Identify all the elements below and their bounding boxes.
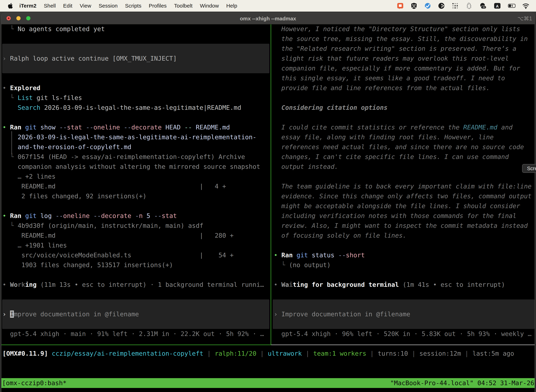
- window-shortcut: ⌥⌘1: [517, 13, 532, 24]
- terminal-line: including verification notes with those …: [281, 211, 516, 221]
- text-segment: git ls-files: [33, 94, 82, 101]
- menu-item-view[interactable]: View: [80, 3, 91, 9]
- text-segment: •: [2, 281, 10, 288]
- text-segment: --: [56, 212, 63, 219]
- text-segment: └: [10, 222, 18, 229]
- text-segment: •: [274, 281, 281, 288]
- text-segment: |: [302, 350, 313, 357]
- apple-menu-icon[interactable]: [8, 3, 13, 9]
- text-segment: gpt-5.4 xhigh · main · 91% left · 2.31M …: [10, 330, 264, 337]
- text-segment: [120, 124, 124, 131]
- pacman-circle-icon[interactable]: [438, 2, 445, 9]
- text-segment: 2 files changed, 92 insertions(+): [21, 192, 147, 200]
- terminal-line: › Improve documentation in @filename: [2, 309, 139, 319]
- screen-pill-label: Scre: [527, 166, 536, 171]
- terminal-line: I could cite commit statistics or refere…: [281, 122, 513, 132]
- sync-circle-icon[interactable]: [424, 2, 431, 9]
- text-segment: (no output): [289, 261, 330, 269]
- menu-item-iterm2[interactable]: iTerm2: [19, 3, 36, 9]
- text-segment: •: [2, 124, 10, 131]
- terminal-line: … +1901 lines: [18, 240, 67, 250]
- terminal-line: Search 2026-03-09-is-legal-the-same-as-l…: [18, 103, 241, 112]
- text-segment: •: [2, 212, 10, 219]
- text-segment: the "Related research writing" section i…: [281, 45, 516, 52]
- terminal-line: the "Related research writing" section i…: [281, 44, 516, 54]
- menu-bar: iTerm2ShellEditViewSessionScriptsProfile…: [0, 0, 536, 12]
- text-segment: the source tree, missing the essay. Stil…: [281, 35, 528, 42]
- text-segment: [21, 212, 25, 219]
- text-segment: 1903 files changed, 513517 insertions(+): [21, 261, 173, 269]
- text-segment: --: [338, 252, 346, 259]
- tree-connector-vertical: [11, 131, 12, 154]
- dots-grid-icon[interactable]: [452, 2, 459, 9]
- text-segment: cczip/essay/ai-reimplementation-copyleft: [52, 350, 203, 357]
- text-segment: essay file, along with finding root file…: [281, 134, 494, 141]
- text-segment: I could cite commit statistics or refere…: [281, 124, 463, 131]
- menu-item-window[interactable]: Window: [200, 3, 219, 9]
- menu-item-toolbelt[interactable]: Toolbelt: [174, 3, 192, 9]
- terminal-line: 2026-03-09-is-legal-the-same-as-legitima…: [18, 132, 256, 142]
- text-segment: git: [297, 252, 308, 259]
- text-segment: src/voice/voiceModeEnabled.ts | 54 +: [21, 252, 234, 259]
- text-segment: turns:10: [378, 350, 408, 357]
- input-source-icon[interactable]: A: [494, 2, 501, 9]
- text-segment: decorate: [131, 124, 162, 131]
- text-segment: --: [154, 212, 162, 219]
- text-segment: Ran: [10, 124, 21, 131]
- menu-item-scripts[interactable]: Scripts: [125, 3, 141, 9]
- text-segment: -: [135, 212, 139, 219]
- menu-item-shell[interactable]: Shell: [44, 3, 56, 9]
- tmux-session-label: [omx-cczip0:bash*: [2, 378, 67, 388]
- terminal-line: provide file and line references from th…: [281, 83, 490, 93]
- text-segment: companion analysis without altering the …: [18, 163, 260, 170]
- text-segment: (1m 41s • esc to interrupt): [399, 281, 505, 288]
- shield-grid-icon[interactable]: [411, 2, 417, 9]
- text-segment: ›: [2, 55, 10, 62]
- text-segment: |: [203, 350, 215, 357]
- text-segment: [48, 350, 52, 357]
- battery-percent-badge[interactable]: ..61: [479, 2, 487, 9]
- text-segment: git: [25, 124, 37, 131]
- dragon-icon[interactable]: [465, 2, 472, 9]
- terminal-line: › Improve documentation in @filename: [274, 309, 410, 319]
- window-title: omx --xhigh --madmax: [1, 13, 535, 24]
- menu-item-help[interactable]: Help: [226, 3, 237, 9]
- terminal-line: gpt-5.4 xhigh · main · 91% left · 2.31M …: [10, 329, 264, 339]
- text-segment: n: [139, 212, 143, 219]
- terminal-line: └ 4b9d30f (origin/main, instructkr/main,…: [10, 221, 203, 231]
- window-title-bar[interactable]: omx --xhigh --madmax ⌥⌘1: [1, 13, 535, 24]
- recording-icon[interactable]: [397, 2, 404, 9]
- terminal-line: companion file, especially if more comme…: [281, 63, 520, 73]
- terminal-line: └ List git ls-files: [10, 93, 82, 103]
- menu-item-session[interactable]: Session: [99, 3, 118, 9]
- terminal-line: references need actual files, and since …: [281, 142, 524, 152]
- text-segment: provide file and line references from th…: [281, 84, 490, 92]
- terminal-line: › Ralph loop active continue [OMX_TMUX_I…: [2, 54, 177, 63]
- text-segment: |: [408, 350, 419, 357]
- terminal-line: 2 files changed, 92 insertions(+): [21, 191, 147, 201]
- text-segment: [21, 124, 25, 131]
- text-segment: last:5m ago: [472, 350, 514, 357]
- menu-item-profiles[interactable]: Profiles: [149, 3, 167, 9]
- text-segment: … +2 lines: [18, 173, 56, 180]
- screen-sharing-pill[interactable]: Scre: [522, 164, 536, 173]
- menu-item-edit[interactable]: Edit: [63, 3, 72, 9]
- terminal-line: the source tree, missing the essay. Stil…: [281, 34, 528, 44]
- text-segment: oneline: [93, 124, 120, 131]
- text-segment: i: [289, 281, 293, 288]
- text-segment: slight risk that future readers may over…: [281, 55, 509, 62]
- terminal-line: 1903 files changed, 513517 insertions(+): [21, 260, 173, 270]
- text-segment: Ralph loop active continue [OMX_TMUX_INJ…: [10, 55, 177, 62]
- text-segment: decorate: [101, 212, 131, 219]
- text-segment: show: [37, 124, 59, 131]
- battery-icon[interactable]: [507, 2, 516, 9]
- wifi-icon[interactable]: [522, 2, 529, 9]
- text-segment: README.md: [463, 124, 498, 131]
- text-segment: Wo: [10, 281, 18, 288]
- terminal-line: However, I noticed the "Directory Struct…: [281, 24, 520, 34]
- text-segment: output instead.: [281, 163, 338, 170]
- terminal-content: └ No agents completed yet› Ralph loop ac…: [1, 24, 535, 392]
- text-segment: HEAD: [162, 124, 184, 131]
- text-segment: Considering citation options: [281, 104, 388, 111]
- text-segment: changes, I can't cite specific file line…: [281, 153, 509, 160]
